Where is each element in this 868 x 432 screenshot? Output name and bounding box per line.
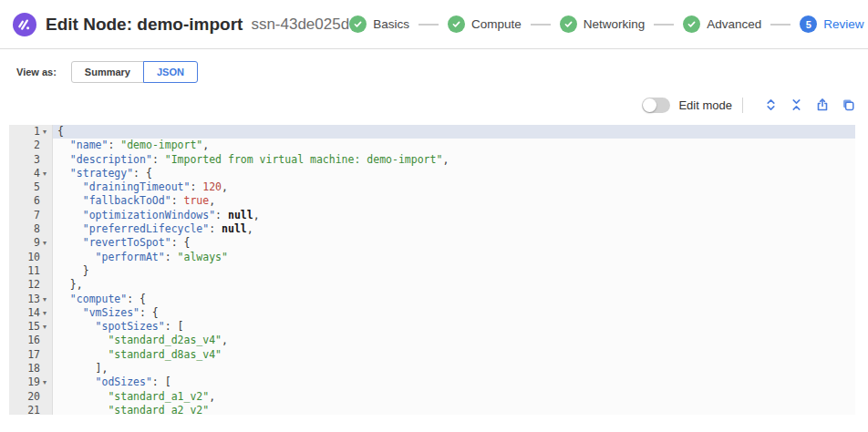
edit-mode-label: Edit mode (678, 98, 732, 112)
code-line[interactable]: 19▾ "odSizes": [ (9, 375, 855, 389)
code-line[interactable]: 18 ], (9, 362, 855, 375)
code-content[interactable]: "standard_a2_v2" (53, 404, 855, 415)
line-gutter: 6 (9, 194, 53, 208)
code-content[interactable]: "performAt": "always" (53, 251, 855, 264)
line-gutter: 5 (9, 180, 53, 194)
fold-toggle-icon[interactable]: ▾ (40, 320, 49, 334)
code-editor[interactable]: 1▾{2 "name": "demo-import",3 "descriptio… (9, 125, 855, 415)
code-content[interactable]: "preferredLifecycle": null, (53, 222, 855, 236)
toggle-knob (643, 98, 656, 112)
view-json-button[interactable]: JSON (143, 61, 198, 83)
code-content[interactable]: "fallbackToOd": true, (53, 194, 855, 208)
code-content[interactable]: "spotSizes": [ (53, 320, 855, 334)
code-content[interactable]: "drainingTimeout": 120, (53, 180, 855, 194)
line-number: 7 (34, 209, 40, 222)
expand-all-icon[interactable] (763, 98, 779, 113)
code-content[interactable]: "strategy": { (53, 167, 855, 180)
code-content[interactable]: "name": "demo-import", (53, 139, 855, 152)
export-icon[interactable] (814, 98, 830, 113)
code-line[interactable]: 14▾ "vmSizes": { (9, 306, 855, 320)
code-line[interactable]: 8 "preferredLifecycle": null, (9, 222, 855, 236)
code-content[interactable]: "compute": { (53, 293, 855, 306)
code-line[interactable]: 5 "drainingTimeout": 120, (9, 180, 855, 194)
code-line[interactable]: 20 "standard_a1_v2", (9, 390, 855, 404)
step-review[interactable]: 5 Review (800, 15, 863, 33)
line-gutter: 12 (9, 278, 53, 292)
code-line[interactable]: 12 }, (9, 278, 855, 292)
code-content[interactable]: "optimizationWindows": null, (53, 209, 855, 222)
line-number: 9 (34, 236, 40, 250)
code-line[interactable]: 17 "standard_d8as_v4" (9, 348, 855, 362)
code-line[interactable]: 9▾ "revertToSpot": { (9, 236, 855, 250)
line-number: 6 (34, 194, 40, 208)
view-as-row: View as: Summary JSON (0, 49, 868, 82)
wizard-stepper: Basics Compute Networking Advanced 5 Rev… (349, 15, 863, 33)
step-basics[interactable]: Basics (349, 15, 409, 33)
code-content[interactable]: "revertToSpot": { (53, 236, 855, 250)
code-content[interactable]: "standard_a1_v2", (53, 390, 855, 404)
line-number: 8 (34, 222, 40, 236)
code-content[interactable]: { (53, 125, 855, 139)
code-line[interactable]: 4▾ "strategy": { (9, 167, 855, 180)
fold-toggle-icon[interactable]: ▾ (40, 125, 49, 139)
code-line[interactable]: 13▾ "compute": { (9, 293, 855, 306)
step-label: Compute (471, 17, 522, 31)
code-content[interactable]: "vmSizes": { (53, 306, 855, 320)
code-line[interactable]: 2 "name": "demo-import", (9, 139, 855, 152)
line-gutter: 11 (9, 264, 53, 278)
fold-toggle-icon[interactable]: ▾ (40, 236, 49, 250)
fold-toggle-icon[interactable]: ▾ (40, 167, 49, 180)
check-icon (683, 15, 700, 33)
edit-mode-toggle[interactable] (642, 98, 670, 113)
code-line[interactable]: 3 "description": "Imported from virtual … (9, 153, 855, 167)
code-content[interactable]: ], (53, 362, 855, 375)
line-number: 12 (27, 278, 40, 292)
code-content[interactable]: "description": "Imported from virtual ma… (53, 153, 855, 167)
line-gutter: 4▾ (9, 167, 53, 180)
code-content[interactable]: "standard_d8as_v4" (53, 348, 855, 362)
line-gutter: 16 (9, 334, 53, 347)
view-summary-button[interactable]: Summary (71, 61, 144, 83)
code-line[interactable]: 21 "standard_a2_v2" (9, 404, 855, 415)
code-line[interactable]: 11 } (9, 264, 855, 278)
code-content[interactable]: }, (53, 278, 855, 292)
fold-toggle-icon[interactable]: ▾ (40, 306, 49, 320)
code-line[interactable]: 15▾ "spotSizes": [ (9, 320, 855, 334)
line-gutter: 9▾ (9, 236, 53, 250)
step-label: Review (823, 17, 863, 31)
step-networking[interactable]: Networking (560, 15, 646, 33)
fold-toggle-icon[interactable]: ▾ (40, 293, 49, 306)
collapse-all-icon[interactable] (789, 98, 804, 113)
line-number: 17 (27, 348, 40, 362)
code-content[interactable]: "standard_d2as_v4", (53, 334, 855, 347)
node-id: ssn-43de025d (251, 15, 349, 34)
code-line[interactable]: 16 "standard_d2as_v4", (9, 334, 855, 347)
code-line[interactable]: 10 "performAt": "always" (9, 251, 855, 264)
line-number: 14 (27, 306, 40, 320)
code-content[interactable]: "odSizes": [ (53, 375, 855, 389)
line-gutter: 17 (9, 348, 53, 362)
check-icon (349, 15, 367, 33)
code-content[interactable]: } (53, 264, 855, 278)
line-number: 15 (27, 320, 40, 334)
line-gutter: 18 (9, 362, 53, 375)
line-number: 16 (27, 334, 40, 347)
code-line[interactable]: 6 "fallbackToOd": true, (9, 194, 855, 208)
line-gutter: 8 (9, 222, 53, 236)
line-gutter: 1▾ (9, 125, 53, 139)
line-number: 10 (27, 251, 40, 264)
line-gutter: 13▾ (9, 293, 53, 306)
step-connector (531, 24, 551, 26)
line-gutter: 3 (9, 153, 53, 167)
code-line[interactable]: 7 "optimizationWindows": null, (9, 209, 855, 222)
step-connector (770, 24, 790, 26)
line-number: 20 (27, 390, 40, 404)
copy-icon[interactable] (840, 98, 855, 113)
page-title: Edit Node: demo-import (46, 15, 243, 35)
step-compute[interactable]: Compute (448, 15, 522, 33)
fold-toggle-icon[interactable]: ▾ (40, 375, 49, 389)
step-advanced[interactable]: Advanced (683, 15, 761, 33)
line-number: 3 (34, 153, 40, 167)
code-line[interactable]: 1▾{ (9, 125, 855, 139)
line-gutter: 14▾ (9, 306, 53, 320)
